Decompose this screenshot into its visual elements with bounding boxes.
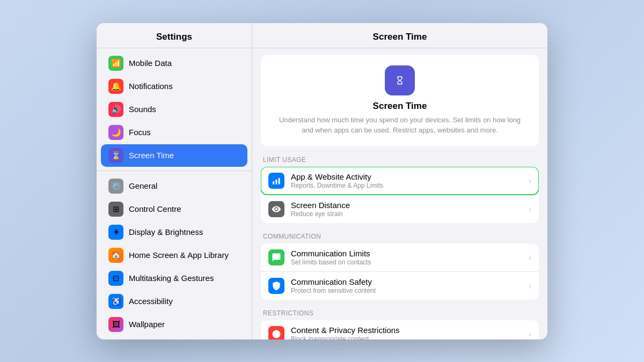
communication-limits-text: Communication LimitsSet limits based on … bbox=[291, 249, 524, 266]
sidebar-label-focus: Focus bbox=[129, 128, 151, 137]
svg-rect-0 bbox=[273, 181, 274, 184]
home-screen-icon: 🏠 bbox=[108, 248, 123, 263]
main-content: Screen Time Screen Time Understand how m… bbox=[252, 23, 547, 339]
row-communication-limits[interactable]: Communication LimitsSet limits based on … bbox=[261, 243, 539, 271]
section-card-communication: Communication LimitsSet limits based on … bbox=[261, 243, 539, 300]
sidebar-label-multitasking: Multitasking & Gestures bbox=[129, 274, 214, 283]
communication-safety-title: Communication Safety bbox=[291, 277, 524, 286]
screen-distance-title: Screen Distance bbox=[291, 201, 524, 210]
section-restrictions: RESTRICTIONSContent & Privacy Restrictio… bbox=[261, 309, 539, 339]
sidebar-group: ⚙️General⊞Control Centre☀Display & Brigh… bbox=[97, 171, 252, 339]
screen-distance-text: Screen DistanceReduce eye strain bbox=[291, 201, 524, 218]
app-website-activity-title: App & Website Activity bbox=[291, 172, 524, 181]
sidebar-group: 📶Mobile Data🔔Notifications🔊Sounds🌙Focus⌛… bbox=[97, 48, 252, 171]
app-website-activity-chevron: › bbox=[529, 176, 531, 185]
hero-description: Understand how much time you spend on yo… bbox=[274, 115, 526, 136]
content-privacy-icon bbox=[268, 326, 284, 339]
sidebar-label-wallpaper: Wallpaper bbox=[129, 320, 165, 329]
screen-distance-icon bbox=[268, 201, 284, 217]
sidebar-label-notifications: Notifications bbox=[129, 82, 173, 91]
sidebar-label-screen-time: Screen Time bbox=[129, 151, 174, 160]
accessibility-icon: ♿ bbox=[108, 294, 123, 309]
main-header: Screen Time bbox=[252, 23, 547, 48]
section-card-restrictions: Content & Privacy RestrictionsBlock inap… bbox=[261, 320, 539, 339]
general-icon: ⚙️ bbox=[108, 179, 123, 194]
section-limit-usage: LIMIT USAGEApp & Website ActivityReports… bbox=[261, 156, 539, 223]
hero-title: Screen Time bbox=[274, 101, 526, 112]
screen-distance-chevron: › bbox=[529, 205, 531, 213]
wallpaper-icon: 🖼 bbox=[108, 317, 123, 332]
sidebar-item-notifications[interactable]: 🔔Notifications bbox=[101, 75, 247, 98]
sidebar: Settings 📶Mobile Data🔔Notifications🔊Soun… bbox=[97, 23, 252, 339]
sounds-icon: 🔊 bbox=[108, 102, 123, 117]
svg-rect-2 bbox=[279, 178, 280, 184]
communication-limits-title: Communication Limits bbox=[291, 249, 524, 258]
sidebar-item-sounds[interactable]: 🔊Sounds bbox=[101, 98, 247, 121]
sidebar-item-screen-time[interactable]: ⌛Screen Time bbox=[101, 144, 247, 167]
sidebar-item-siri-search[interactable]: ◉Siri & Search bbox=[101, 336, 247, 339]
sidebar-label-mobile-data: Mobile Data bbox=[129, 58, 172, 68]
sidebar-label-sounds: Sounds bbox=[129, 105, 156, 114]
sidebar-list: 📶Mobile Data🔔Notifications🔊Sounds🌙Focus⌛… bbox=[97, 48, 252, 339]
communication-limits-subtitle: Set limits based on contacts bbox=[291, 258, 524, 266]
hero-card: Screen Time Understand how much time you… bbox=[261, 55, 539, 146]
communication-limits-icon bbox=[268, 249, 284, 265]
sidebar-header: Settings bbox=[97, 23, 252, 48]
screen-distance-subtitle: Reduce eye strain bbox=[291, 210, 524, 218]
screen-time-hero-icon bbox=[385, 65, 415, 95]
sidebar-label-home-screen: Home Screen & App Library bbox=[129, 250, 229, 260]
section-title-restrictions: RESTRICTIONS bbox=[261, 309, 539, 320]
sidebar-label-control-centre: Control Centre bbox=[129, 204, 181, 213]
hourglass-svg bbox=[395, 76, 405, 85]
content-privacy-chevron: › bbox=[529, 330, 531, 338]
svg-rect-1 bbox=[276, 179, 277, 184]
app-website-activity-subtitle: Reports, Downtime & App Limits bbox=[291, 182, 524, 189]
content-privacy-title: Content & Privacy Restrictions bbox=[291, 326, 524, 335]
row-app-website-activity[interactable]: App & Website ActivityReports, Downtime … bbox=[261, 167, 539, 195]
sidebar-label-display-brightness: Display & Brightness bbox=[129, 227, 203, 237]
sidebar-item-mobile-data[interactable]: 📶Mobile Data bbox=[101, 52, 247, 75]
section-title-communication: COMMUNICATION bbox=[261, 233, 539, 243]
settings-window: Settings 📶Mobile Data🔔Notifications🔊Soun… bbox=[97, 23, 547, 339]
sidebar-item-home-screen[interactable]: 🏠Home Screen & App Library bbox=[101, 244, 247, 267]
row-screen-distance[interactable]: Screen DistanceReduce eye strain› bbox=[261, 195, 539, 223]
display-brightness-icon: ☀ bbox=[108, 225, 123, 240]
sidebar-item-display-brightness[interactable]: ☀Display & Brightness bbox=[101, 221, 247, 243]
communication-safety-icon bbox=[268, 278, 284, 294]
mobile-data-icon: 📶 bbox=[108, 56, 123, 71]
row-content-privacy[interactable]: Content & Privacy RestrictionsBlock inap… bbox=[261, 320, 539, 339]
screen-time-icon: ⌛ bbox=[108, 148, 123, 163]
communication-limits-chevron: › bbox=[529, 253, 531, 262]
app-website-activity-icon bbox=[268, 173, 284, 189]
sidebar-item-wallpaper[interactable]: 🖼Wallpaper bbox=[101, 313, 247, 336]
section-card-limit-usage: App & Website ActivityReports, Downtime … bbox=[261, 167, 539, 223]
multitasking-icon: ⊡ bbox=[108, 271, 123, 286]
content-privacy-subtitle: Block inappropriate content bbox=[291, 335, 524, 339]
section-title-limit-usage: LIMIT USAGE bbox=[261, 156, 539, 167]
focus-icon: 🌙 bbox=[108, 125, 123, 140]
section-communication: COMMUNICATIONCommunication LimitsSet lim… bbox=[261, 233, 539, 300]
notifications-icon: 🔔 bbox=[108, 79, 123, 94]
sidebar-label-general: General bbox=[129, 181, 157, 190]
sidebar-item-focus[interactable]: 🌙Focus bbox=[101, 121, 247, 144]
app-website-activity-text: App & Website ActivityReports, Downtime … bbox=[291, 172, 524, 189]
hero-icon-wrapper bbox=[274, 65, 526, 95]
communication-safety-chevron: › bbox=[529, 282, 531, 290]
communication-safety-subtitle: Protect from sensitive content bbox=[291, 287, 524, 294]
content-privacy-text: Content & Privacy RestrictionsBlock inap… bbox=[291, 326, 524, 339]
sidebar-item-accessibility[interactable]: ♿Accessibility bbox=[101, 290, 247, 313]
row-communication-safety[interactable]: Communication SafetyProtect from sensiti… bbox=[261, 271, 539, 300]
sidebar-item-multitasking[interactable]: ⊡Multitasking & Gestures bbox=[101, 267, 247, 290]
sidebar-item-general[interactable]: ⚙️General bbox=[101, 175, 247, 197]
sidebar-label-accessibility: Accessibility bbox=[129, 297, 173, 306]
sidebar-item-control-centre[interactable]: ⊞Control Centre bbox=[101, 198, 247, 220]
communication-safety-text: Communication SafetyProtect from sensiti… bbox=[291, 277, 524, 294]
control-centre-icon: ⊞ bbox=[108, 202, 123, 217]
main-body: Screen Time Understand how much time you… bbox=[252, 48, 547, 339]
